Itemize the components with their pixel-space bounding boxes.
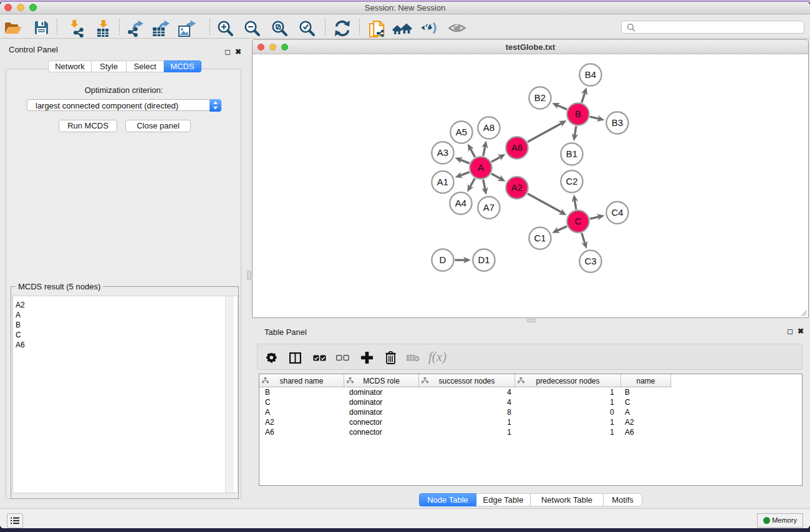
svg-text:A: A xyxy=(478,162,484,173)
svg-text:A8: A8 xyxy=(483,122,494,133)
svg-text:B4: B4 xyxy=(585,69,596,80)
svg-text:D1: D1 xyxy=(478,254,489,265)
svg-text:C: C xyxy=(575,216,582,226)
svg-text:C1: C1 xyxy=(534,233,546,243)
svg-text:A3: A3 xyxy=(437,147,448,158)
svg-text:B2: B2 xyxy=(534,92,546,103)
svg-text:A7: A7 xyxy=(483,202,494,213)
svg-text:D: D xyxy=(440,254,446,265)
svg-text:A4: A4 xyxy=(455,198,466,208)
svg-text:C4: C4 xyxy=(611,207,623,218)
svg-text:A2: A2 xyxy=(511,182,523,193)
svg-text:A6: A6 xyxy=(511,142,523,153)
svg-text:B1: B1 xyxy=(566,148,577,159)
svg-text:B3: B3 xyxy=(612,117,623,128)
svg-text:C3: C3 xyxy=(584,256,596,266)
svg-text:B: B xyxy=(575,109,581,119)
svg-text:A1: A1 xyxy=(437,177,448,187)
svg-text:C2: C2 xyxy=(566,176,577,186)
svg-text:A5: A5 xyxy=(456,127,467,137)
